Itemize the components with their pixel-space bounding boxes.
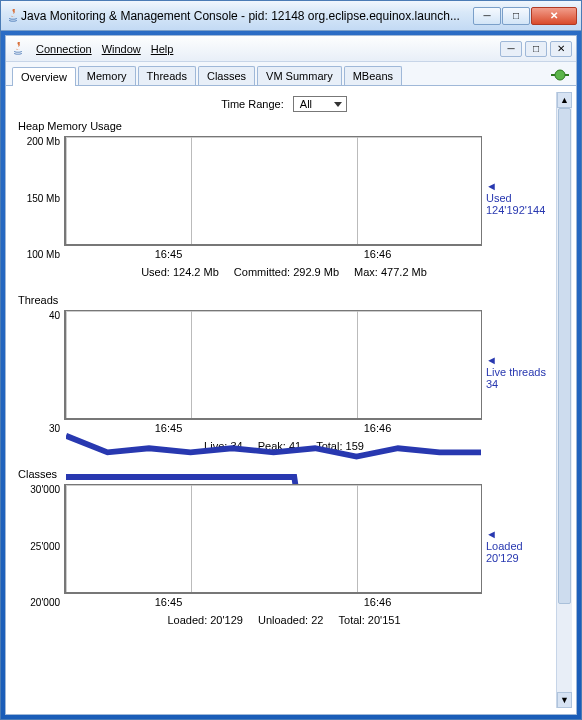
inner-window: Connection Window Help ─ □ ✕ Overview Me… bbox=[5, 35, 577, 715]
maximize-button[interactable]: □ bbox=[502, 7, 530, 25]
chart-classes: Classes 30'000 25'000 20'000 bbox=[16, 468, 552, 626]
menu-connection[interactable]: Connection bbox=[32, 41, 96, 57]
time-range-row: Time Range: All bbox=[16, 96, 552, 112]
overview-panel: Time Range: All Heap Memory Usage 200 Mb… bbox=[16, 92, 556, 708]
menu-window[interactable]: Window bbox=[98, 41, 145, 57]
chart-classes-plot[interactable] bbox=[64, 484, 482, 594]
app-window: Java Monitoring & Management Console - p… bbox=[0, 0, 582, 720]
java-icon bbox=[5, 8, 21, 24]
chart-heap-yaxis: 200 Mb 150 Mb 100 Mb bbox=[16, 136, 64, 260]
scroll-down-button[interactable]: ▼ bbox=[557, 692, 572, 708]
svg-point-0 bbox=[555, 70, 565, 80]
connection-status-icon bbox=[550, 68, 570, 82]
scroll-up-button[interactable]: ▲ bbox=[557, 92, 572, 108]
tab-memory[interactable]: Memory bbox=[78, 66, 136, 85]
tab-threads[interactable]: Threads bbox=[138, 66, 196, 85]
tab-vmsummary[interactable]: VM Summary bbox=[257, 66, 342, 85]
scroll-track[interactable] bbox=[557, 108, 572, 692]
inner-maximize-button[interactable]: □ bbox=[525, 41, 547, 57]
chart-threads-yaxis: 40 30 bbox=[16, 310, 64, 434]
tab-bar: Overview Memory Threads Classes VM Summa… bbox=[6, 62, 576, 86]
inner-close-button[interactable]: ✕ bbox=[550, 41, 572, 57]
chart-threads-plot[interactable] bbox=[64, 310, 482, 420]
chart-heap: Heap Memory Usage 200 Mb 150 Mb 100 Mb bbox=[16, 120, 552, 278]
chart-threads-legend: ◄ Live threads 34 bbox=[482, 310, 552, 434]
chart-heap-legend: ◄ Used 124'192'144 bbox=[482, 136, 552, 260]
chart-heap-plot[interactable] bbox=[64, 136, 482, 246]
titlebar[interactable]: Java Monitoring & Management Console - p… bbox=[1, 1, 581, 31]
chart-threads: Threads 40 30 bbox=[16, 294, 552, 452]
time-range-label: Time Range: bbox=[221, 98, 284, 110]
tab-overview[interactable]: Overview bbox=[12, 67, 76, 86]
vertical-scrollbar[interactable]: ▲ ▼ bbox=[556, 92, 572, 708]
java-icon bbox=[10, 41, 26, 57]
menu-help[interactable]: Help bbox=[147, 41, 178, 57]
window-title: Java Monitoring & Management Console - p… bbox=[21, 9, 473, 23]
tab-mbeans[interactable]: MBeans bbox=[344, 66, 402, 85]
chart-classes-legend: ◄ Loaded 20'129 bbox=[482, 484, 552, 608]
inner-minimize-button[interactable]: ─ bbox=[500, 41, 522, 57]
chart-classes-yaxis: 30'000 25'000 20'000 bbox=[16, 484, 64, 608]
close-button[interactable]: ✕ bbox=[531, 7, 577, 25]
minimize-button[interactable]: ─ bbox=[473, 7, 501, 25]
tab-classes[interactable]: Classes bbox=[198, 66, 255, 85]
chart-heap-title: Heap Memory Usage bbox=[18, 120, 552, 132]
time-range-dropdown[interactable]: All bbox=[293, 96, 347, 112]
menubar: Connection Window Help ─ □ ✕ bbox=[6, 36, 576, 62]
scroll-thumb[interactable] bbox=[558, 108, 571, 604]
